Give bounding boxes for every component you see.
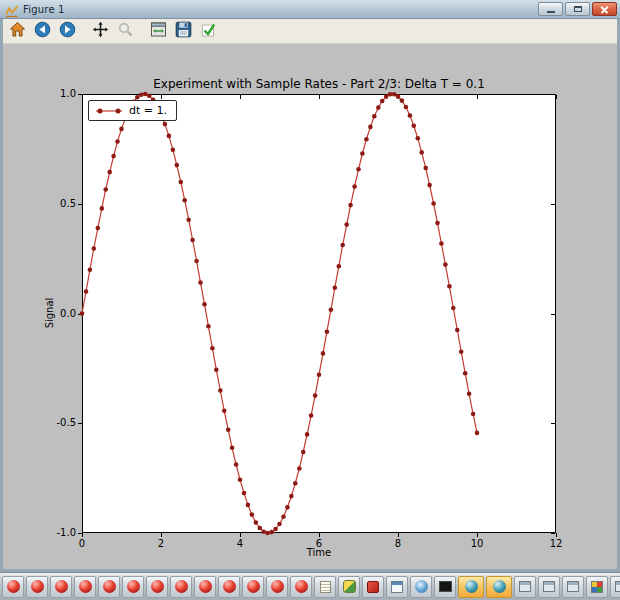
window-gray-icon	[543, 581, 555, 592]
maximize-icon	[574, 6, 582, 12]
window-client-area: Experiment with Sample Rates - Part 2/3:…	[0, 19, 620, 572]
taskbar-button[interactable]	[26, 576, 48, 598]
figure-canvas[interactable]: Experiment with Sample Rates - Part 2/3:…	[3, 44, 617, 569]
taskbar-button[interactable]	[50, 576, 72, 598]
notepad-icon	[320, 581, 331, 593]
document-icon	[391, 581, 403, 593]
home-icon	[9, 21, 26, 41]
minimize-button[interactable]	[538, 2, 563, 16]
taskbar-button[interactable]	[338, 576, 360, 598]
y-tick-label: 1.0	[42, 88, 76, 99]
red-dot-icon	[31, 580, 44, 593]
x-tick-label: 12	[541, 538, 571, 549]
globe-icon	[415, 580, 428, 593]
x-tick-label: 2	[146, 538, 176, 549]
pan-arrows-icon	[92, 21, 109, 41]
taskbar-button[interactable]	[122, 576, 144, 598]
taskbar	[0, 572, 620, 600]
red-app-icon	[367, 581, 379, 593]
legend-label: dt = 1.	[129, 104, 167, 117]
red-dot-icon	[199, 580, 212, 593]
taskbar-button[interactable]	[610, 576, 620, 598]
window-gray-icon	[567, 581, 579, 592]
red-dot-icon	[7, 580, 20, 593]
subplots-icon	[150, 21, 167, 41]
y-tick-label: 0.0	[42, 308, 76, 319]
taskbar-button[interactable]	[434, 576, 456, 598]
figure-blue-dot-icon	[465, 580, 478, 593]
plot-area[interactable]	[82, 94, 556, 533]
taskbar-button[interactable]	[514, 576, 536, 598]
taskbar-button[interactable]	[362, 576, 384, 598]
x-tick-label: 10	[462, 538, 492, 549]
back-arrow-icon	[34, 21, 51, 41]
maximize-button[interactable]	[565, 2, 590, 16]
picture-icon	[591, 581, 603, 593]
toolbar-home-button[interactable]	[7, 21, 27, 41]
taskbar-button[interactable]	[290, 576, 312, 598]
taskbar-button[interactable]	[386, 576, 408, 598]
red-dot-icon	[79, 580, 92, 593]
red-dot-icon	[103, 580, 116, 593]
legend-line-sample	[95, 106, 123, 116]
x-tick-label: 8	[383, 538, 413, 549]
green-check-icon	[200, 21, 217, 41]
taskbar-button[interactable]	[486, 576, 512, 598]
toolbar-confirm-button[interactable]	[198, 21, 218, 41]
toolbar-back-button[interactable]	[32, 21, 52, 41]
toolbar-configure-subplots-button[interactable]	[148, 21, 168, 41]
red-dot-icon	[271, 580, 284, 593]
legend: dt = 1.	[88, 100, 177, 121]
taskbar-button[interactable]	[266, 576, 288, 598]
taskbar-button[interactable]	[98, 576, 120, 598]
titlebar[interactable]: Figure 1	[0, 0, 620, 19]
red-dot-icon	[247, 580, 260, 593]
taskbar-button[interactable]	[410, 576, 432, 598]
window-controls	[538, 2, 617, 16]
x-tick-label: 4	[225, 538, 255, 549]
x-tick-label: 0	[67, 538, 97, 549]
toolbar-pan-button[interactable]	[90, 21, 110, 41]
y-tick-label: -1.0	[42, 527, 76, 538]
taskbar-button[interactable]	[194, 576, 216, 598]
minimize-icon	[547, 11, 555, 13]
red-dot-icon	[127, 580, 140, 593]
zoom-magnifier-icon	[117, 21, 134, 41]
taskbar-button[interactable]	[538, 576, 560, 598]
toolbar-save-button[interactable]	[173, 21, 193, 41]
taskbar-button[interactable]	[170, 576, 192, 598]
figure-blue-dot-icon	[493, 580, 506, 593]
y-tick-label: 0.5	[42, 198, 76, 209]
taskbar-button[interactable]	[314, 576, 336, 598]
taskbar-button[interactable]	[586, 576, 608, 598]
taskbar-button[interactable]	[242, 576, 264, 598]
close-icon	[600, 5, 609, 14]
window-title: Figure 1	[23, 4, 538, 15]
figure-window: Figure 1 Experiment with Sample Rates - …	[0, 0, 620, 572]
python-icon	[343, 580, 356, 593]
red-dot-icon	[151, 580, 164, 593]
taskbar-button[interactable]	[562, 576, 584, 598]
taskbar-button[interactable]	[458, 576, 484, 598]
toolbar-forward-button[interactable]	[57, 21, 77, 41]
red-dot-icon	[55, 580, 68, 593]
red-dot-icon	[223, 580, 236, 593]
taskbar-button[interactable]	[74, 576, 96, 598]
x-tick-label: 6	[304, 538, 334, 549]
taskbar-button[interactable]	[218, 576, 240, 598]
console-icon	[439, 581, 452, 592]
red-dot-icon	[295, 580, 308, 593]
plot-title: Experiment with Sample Rates - Part 2/3:…	[82, 77, 556, 91]
close-button[interactable]	[592, 2, 617, 16]
save-floppy-icon	[175, 21, 192, 41]
red-dot-icon	[175, 580, 188, 593]
taskbar-button[interactable]	[146, 576, 168, 598]
toolbar-zoom-button[interactable]	[115, 21, 135, 41]
window-gray-icon	[615, 581, 620, 592]
plot-toolbar	[3, 19, 617, 44]
window-gray-icon	[519, 581, 531, 592]
taskbar-button[interactable]	[2, 576, 24, 598]
y-tick-label: -0.5	[42, 417, 76, 428]
forward-arrow-icon	[59, 21, 76, 41]
desktop: Figure 1 Experiment with Sample Rates - …	[0, 0, 620, 600]
